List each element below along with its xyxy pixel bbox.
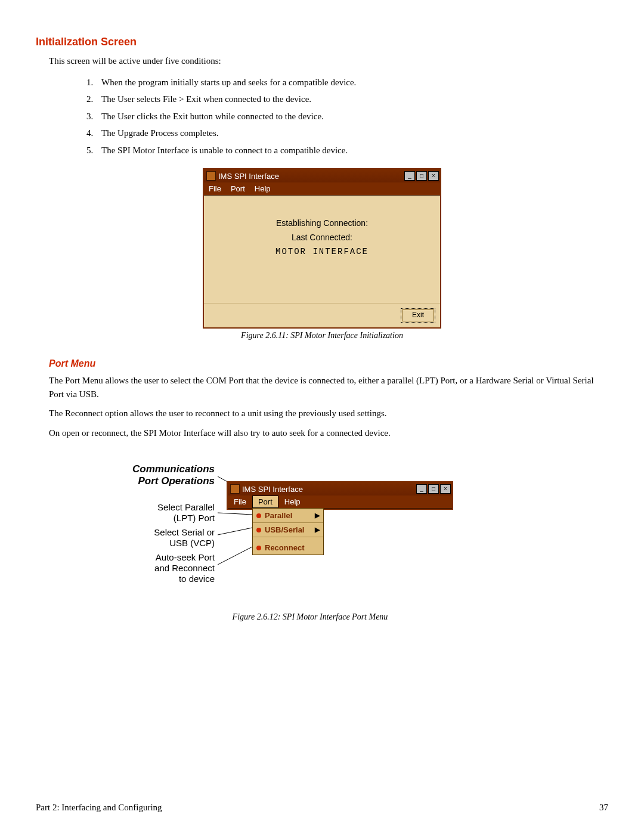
label-parallel-l2: (LPT) Port xyxy=(83,513,215,524)
svg-line-3 xyxy=(218,547,252,565)
port-paragraph: The Port Menu allows the user to select … xyxy=(49,374,608,401)
page-number: 37 xyxy=(599,803,608,813)
submenu-arrow-icon: ▶ xyxy=(315,526,320,534)
dropdown-item-usb[interactable]: USB/Serial ▶ xyxy=(253,523,323,537)
spi-port-window: IMS SPI Interface _ □ × File Port Help xyxy=(227,481,453,510)
window-titlebar[interactable]: IMS SPI Interface _ □ × xyxy=(228,482,452,496)
menu-bar[interactable]: File Port Help xyxy=(204,182,440,196)
svg-line-1 xyxy=(218,513,252,515)
footer-part: Part 2: Interfacing and Configuring xyxy=(36,803,162,813)
label-comm-l1: Communications xyxy=(132,463,215,475)
app-icon xyxy=(230,484,240,494)
heading-port-menu: Port Menu xyxy=(36,358,608,369)
port-dropdown[interactable]: Parallel ▶ USB/Serial ▶ Reconnect xyxy=(252,508,324,555)
minimize-button[interactable]: _ xyxy=(416,484,427,494)
figure-caption: Figure 2.6.11: SPI Motor Interface Initi… xyxy=(203,331,441,340)
bullet-icon xyxy=(256,546,261,550)
window-titlebar[interactable]: IMS SPI Interface _ □ × xyxy=(204,169,440,182)
bullet-icon xyxy=(256,528,261,532)
label-serial-l1: Select Serial or xyxy=(83,527,215,538)
menu-help[interactable]: Help xyxy=(255,184,271,193)
dropdown-label: Reconnect xyxy=(265,543,304,552)
establishing-label: Establishing Connection: xyxy=(210,218,434,228)
page-footer: Part 2: Interfacing and Configuring 37 xyxy=(36,803,608,813)
close-button[interactable]: × xyxy=(428,171,439,181)
menu-file[interactable]: File xyxy=(209,184,221,193)
figure-caption: Figure 2.6.12: SPI Motor Interface Port … xyxy=(83,612,537,622)
minimize-button[interactable]: _ xyxy=(404,171,415,181)
condition-item: The User selects File > Exit when connec… xyxy=(95,91,608,108)
window-title: IMS SPI Interface xyxy=(218,172,404,181)
heading-initialization: Initialization Screen xyxy=(36,36,608,48)
exit-button[interactable]: Exit xyxy=(401,308,435,323)
port-paragraph: The Reconnect option allows the user to … xyxy=(49,407,608,420)
menu-bar[interactable]: File Port Help xyxy=(228,496,452,509)
dropdown-item-reconnect[interactable]: Reconnect xyxy=(253,541,323,555)
window-title: IMS SPI Interface xyxy=(242,485,416,494)
motor-interface-label: MOTOR INTERFACE xyxy=(210,247,434,256)
client-area: Establishing Connection: Last Connected:… xyxy=(204,196,440,303)
label-reconnect-l3: to device xyxy=(83,574,215,584)
dropdown-item-parallel[interactable]: Parallel ▶ xyxy=(253,509,323,523)
last-connected-label: Last Connected: xyxy=(210,233,434,242)
port-paragraph: On open or reconnect, the SPI Motor Inte… xyxy=(49,426,608,440)
bullet-icon xyxy=(256,513,261,518)
app-icon xyxy=(206,171,216,181)
dropdown-label: USB/Serial xyxy=(265,525,304,534)
conditions-list: When the program initially starts up and… xyxy=(72,74,608,159)
intro-text: This screen will be active under five co… xyxy=(49,54,608,68)
svg-line-2 xyxy=(218,528,252,535)
condition-item: The Upgrade Process completes. xyxy=(95,125,608,142)
condition-item: The User clicks the Exit button while co… xyxy=(95,108,608,125)
annotation-labels: Communications Port Operations Select Pa… xyxy=(83,463,215,584)
condition-item: The SPI Motor Interface is unable to con… xyxy=(95,142,608,159)
menu-port[interactable]: Port xyxy=(231,184,245,193)
menu-help[interactable]: Help xyxy=(278,496,306,508)
dropdown-label: Parallel xyxy=(265,511,292,520)
label-reconnect-l2: and Reconnect xyxy=(83,563,215,574)
menu-file[interactable]: File xyxy=(228,496,252,508)
label-parallel-l1: Select Parallel xyxy=(83,502,215,513)
maximize-button[interactable]: □ xyxy=(416,171,427,181)
menu-port[interactable]: Port xyxy=(252,496,278,508)
spi-init-window: IMS SPI Interface _ □ × File Port Help E… xyxy=(203,168,441,329)
label-comm-l2: Port Operations xyxy=(138,475,215,487)
close-button[interactable]: × xyxy=(440,484,451,494)
condition-item: When the program initially starts up and… xyxy=(95,74,608,91)
label-reconnect-l1: Auto-seek Port xyxy=(83,552,215,563)
submenu-arrow-icon: ▶ xyxy=(315,512,320,519)
label-serial-l2: USB (VCP) xyxy=(83,538,215,549)
maximize-button[interactable]: □ xyxy=(428,484,439,494)
